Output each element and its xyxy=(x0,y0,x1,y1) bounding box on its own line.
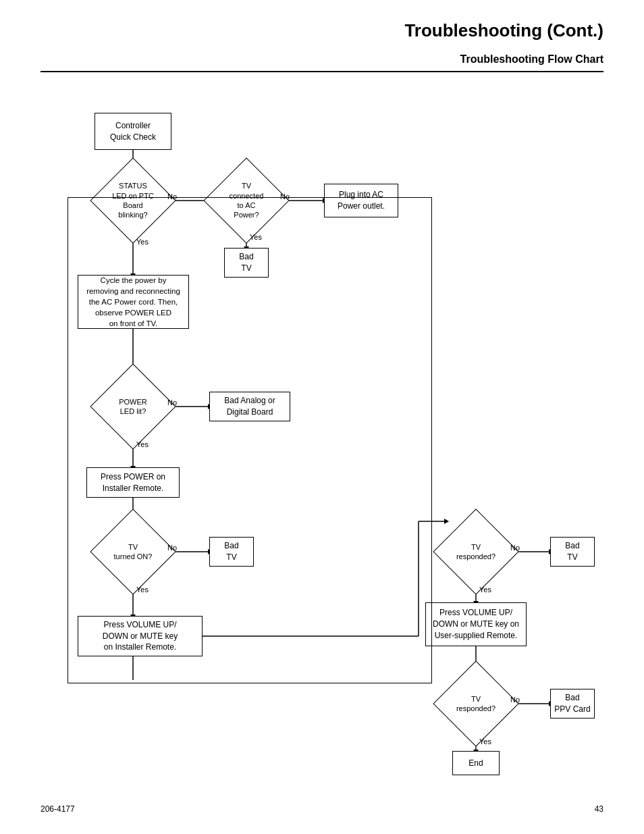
node-cycle-power: Cycle the power by removing and reconnec… xyxy=(78,275,189,329)
node-start: Controller Quick Check xyxy=(95,113,171,150)
section-title: Troubleshooting Flow Chart xyxy=(41,53,603,66)
page: Troubleshooting (Cont.) Troubleshooting … xyxy=(0,0,644,834)
footer-right: 43 xyxy=(595,804,603,814)
node-press-vol-user: Press VOLUME UP/ DOWN or MUTE key on Use… xyxy=(425,602,527,646)
label-yes-power-led: Yes xyxy=(136,440,149,448)
node-bad-tv-2: Bad TV xyxy=(209,537,254,567)
label-no-tv-responded-1: No xyxy=(510,544,520,552)
node-tv-turned-on: TV turned ON? xyxy=(103,521,163,582)
node-tv-responded-1: TV responded? xyxy=(446,521,506,582)
label-yes-tv-connected: Yes xyxy=(250,233,262,241)
page-footer: 206-4177 43 xyxy=(41,804,603,814)
label-no-tv-connected: No xyxy=(280,192,290,201)
node-bad-analog: Bad Analog or Digital Board xyxy=(209,392,290,421)
node-power-led: POWER LED lit? xyxy=(103,376,163,437)
divider xyxy=(41,71,603,72)
node-tv-connected: TV connected to AC Power? xyxy=(216,170,277,231)
page-title: Troubleshooting (Cont.) xyxy=(41,20,603,41)
node-status-led: STATUS LED on PTC Board blinking? xyxy=(103,170,163,231)
node-press-vol-installer: Press VOLUME UP/ DOWN or MUTE key on Ins… xyxy=(78,616,203,656)
node-bad-tv-1: Bad TV xyxy=(224,248,269,278)
node-bad-tv-3: Bad TV xyxy=(550,537,595,567)
label-no-tv-turned-on: No xyxy=(167,544,177,552)
node-plug-ac: Plug into AC Power outlet. xyxy=(324,184,398,217)
node-bad-ppv: Bad PPV Card xyxy=(550,689,595,719)
flowchart-area: Controller Quick Check STATUS LED on PTC… xyxy=(41,93,603,768)
node-tv-responded-2: TV responded? xyxy=(446,673,506,734)
label-yes-tv-responded-2: Yes xyxy=(479,737,491,746)
label-no-status: No xyxy=(167,192,177,201)
label-yes-status: Yes xyxy=(136,238,149,246)
label-no-tv-responded-2: No xyxy=(510,696,520,704)
label-yes-tv-turned-on: Yes xyxy=(136,585,149,594)
label-yes-tv-responded-1: Yes xyxy=(479,585,491,594)
node-end: End xyxy=(452,751,500,775)
node-press-power: Press POWER on Installer Remote. xyxy=(86,467,180,498)
footer-left: 206-4177 xyxy=(41,804,75,814)
label-no-power-led: No xyxy=(167,398,177,407)
